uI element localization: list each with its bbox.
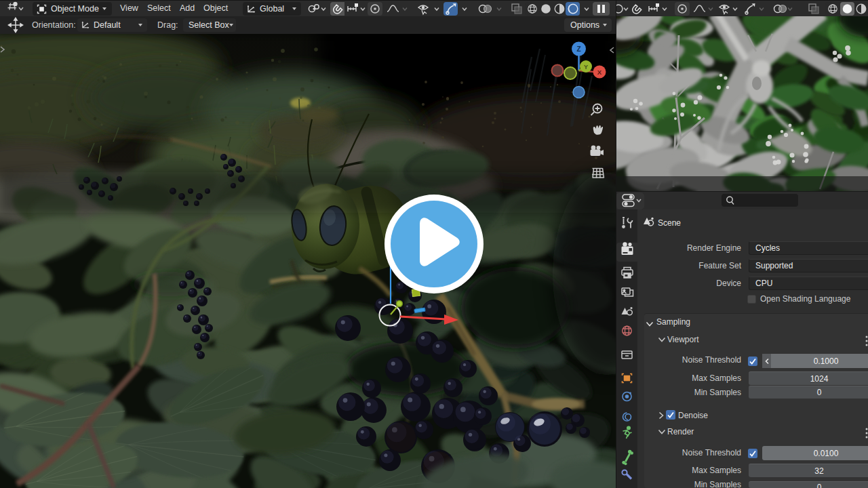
svg-text:Y: Y xyxy=(584,64,588,70)
svg-text:X: X xyxy=(597,68,602,76)
svg-text:Z: Z xyxy=(576,45,580,53)
